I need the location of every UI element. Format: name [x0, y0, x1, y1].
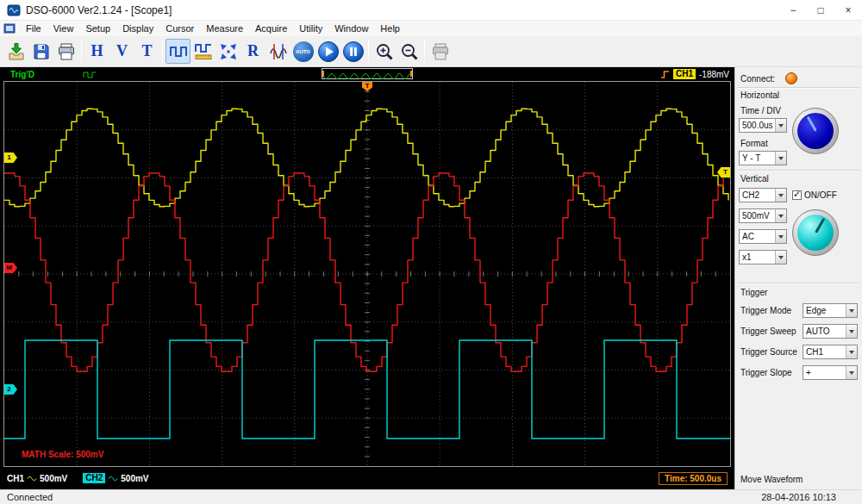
menu-acquire[interactable]: Acquire — [249, 21, 293, 36]
printer-icon — [56, 41, 77, 62]
status-bar: Connected 28-04-2016 10:13 — [0, 489, 862, 504]
record-end-marker — [410, 71, 412, 77]
coupling-select[interactable]: AC — [739, 229, 787, 244]
horizontal-knob[interactable] — [792, 108, 839, 154]
probe-select[interactable]: x1 — [739, 250, 787, 264]
knob-pointer-icon — [806, 116, 816, 132]
minimize-button[interactable]: − — [779, 0, 807, 20]
chevron-down-icon[interactable] — [775, 189, 786, 202]
expand-arrows-icon — [218, 41, 239, 62]
trigger-edge-icon — [660, 70, 670, 79]
menu-cursor[interactable]: Cursor — [159, 21, 200, 36]
ch1-sine-trace — [4, 109, 728, 207]
record-button[interactable]: R — [240, 39, 265, 64]
auto-icon: AUTO — [293, 41, 314, 62]
onoff-label: ON/OFF — [804, 190, 837, 200]
autoset-button[interactable]: AUTO — [290, 39, 315, 64]
square-wave-icon — [168, 41, 189, 62]
stop-button[interactable] — [340, 39, 365, 64]
save-button[interactable] — [28, 39, 53, 64]
menu-view[interactable]: View — [47, 21, 80, 36]
knob-pointer-icon — [815, 218, 825, 233]
vertical-setup-button[interactable]: V — [109, 39, 134, 64]
panel-separator — [738, 283, 859, 284]
close-button[interactable]: × — [834, 0, 862, 20]
print-button[interactable] — [53, 39, 78, 64]
chevron-down-icon[interactable] — [846, 304, 857, 317]
trigger-slope-select[interactable]: + — [803, 365, 858, 380]
toolbar-separator — [81, 40, 82, 63]
zoom-in-button[interactable] — [372, 39, 397, 64]
chevron-down-icon[interactable] — [775, 119, 786, 132]
menu-setup[interactable]: Setup — [79, 21, 116, 36]
trigger-readout: CH1 -188mV — [660, 69, 729, 79]
maximize-button[interactable]: □ — [807, 0, 834, 20]
square-wave-glyph-icon — [83, 70, 97, 79]
zoom-out-icon — [399, 41, 420, 62]
connect-label: Connect: — [740, 74, 775, 84]
load-icon — [6, 41, 27, 62]
time-div-select[interactable]: 500.0us — [739, 118, 787, 133]
pause-icon — [342, 40, 365, 63]
menu-utility[interactable]: Utility — [293, 21, 328, 36]
waveform-cursors-icon — [268, 41, 289, 62]
run-button[interactable] — [315, 39, 340, 64]
vertical-knob[interactable] — [792, 209, 839, 256]
channel-select[interactable]: CH2 — [739, 188, 787, 202]
record-preview[interactable] — [322, 68, 413, 79]
chevron-down-icon[interactable] — [846, 345, 857, 358]
waveform-display-button[interactable] — [166, 39, 191, 64]
ch2-readout[interactable]: CH2 500mV — [83, 473, 148, 483]
menu-file[interactable]: File — [20, 21, 47, 36]
printer-grey-icon — [430, 41, 451, 62]
save-icon — [31, 41, 52, 62]
trigger-source-chip: CH1 — [673, 69, 696, 79]
zoom-in-icon — [374, 41, 395, 62]
chevron-down-icon[interactable] — [846, 366, 857, 379]
record-start-marker — [322, 71, 324, 77]
menu-measure[interactable]: Measure — [200, 21, 249, 36]
volt-div-select[interactable]: 500mV — [739, 208, 787, 223]
chevron-down-icon[interactable] — [775, 251, 786, 264]
toolbar-separator — [368, 40, 369, 63]
chevron-down-icon[interactable] — [775, 152, 786, 165]
panel-separator — [738, 87, 859, 89]
ch1-readout[interactable]: CH1 500mV — [7, 474, 67, 483]
trigger-sweep-select[interactable]: AUTO — [803, 324, 858, 339]
menu-bar: File View Setup Display Cursor Measure A… — [0, 21, 862, 36]
waveform-plot — [4, 82, 730, 466]
chevron-down-icon[interactable] — [775, 230, 786, 243]
trigger-sweep-label: Trigger Sweep — [740, 327, 796, 336]
chevron-down-icon[interactable] — [775, 209, 786, 222]
trigger-mode-label: Trigger Mode — [740, 306, 791, 315]
menu-window[interactable]: Window — [328, 21, 374, 36]
print-preview-button[interactable] — [428, 39, 453, 64]
menu-help[interactable]: Help — [374, 21, 406, 36]
ac-wave-icon — [27, 475, 37, 482]
toolbar-separator — [162, 40, 163, 63]
format-label: Format — [740, 139, 768, 148]
play-icon — [317, 40, 340, 63]
cursor-measure-button[interactable] — [265, 39, 290, 64]
connect-button[interactable] — [785, 72, 797, 84]
channel-onoff-checkbox[interactable] — [792, 190, 802, 200]
knob-cap — [797, 113, 834, 149]
connect-device-button[interactable] — [3, 39, 28, 64]
ch2-label-chip: CH2 — [83, 473, 105, 483]
trigger-mode-select[interactable]: Edge — [803, 303, 858, 318]
menu-display[interactable]: Display — [116, 21, 159, 36]
trigger-setup-button[interactable]: T — [134, 39, 159, 64]
format-select[interactable]: Y - T — [739, 151, 787, 165]
zoom-out-button[interactable] — [397, 39, 422, 64]
toolbar-separator — [424, 40, 425, 63]
measure-waveform-button[interactable] — [191, 39, 216, 64]
autoscale-button[interactable] — [216, 39, 240, 64]
trigger-slope-label: Trigger Slope — [740, 368, 792, 377]
trigger-source-select[interactable]: CH1 — [803, 345, 858, 359]
trigger-status: Trig'D — [10, 70, 34, 79]
application-window: DSO-6000 Ver2.1.24 - [Scope1] − □ × File… — [0, 0, 862, 504]
horizontal-setup-button[interactable]: H — [84, 39, 109, 64]
ch1-scale: 500mV — [40, 474, 67, 483]
preview-wave-icon — [322, 72, 412, 81]
chevron-down-icon[interactable] — [846, 325, 857, 338]
